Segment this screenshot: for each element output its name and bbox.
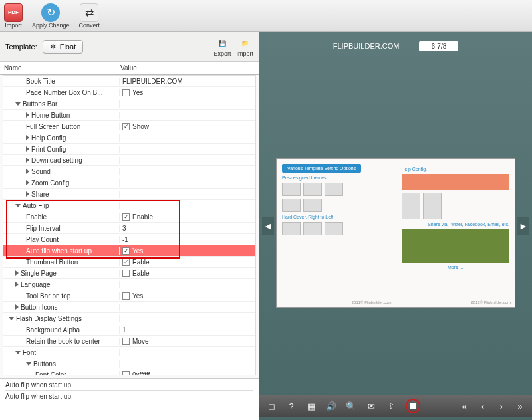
row-sound[interactable]: Sound <box>3 166 255 177</box>
chevron-right-icon <box>15 270 19 276</box>
pdf-icon: PDF <box>4 3 23 22</box>
zoom-icon[interactable]: 🔍 <box>346 401 356 411</box>
row-font-color[interactable]: Font Color0xffffff <box>3 369 255 375</box>
row-buttons-bar[interactable]: Buttons Bar <box>3 98 255 110</box>
template-label: Template: <box>5 43 37 51</box>
checkbox-icon[interactable] <box>122 270 130 277</box>
first-page-icon[interactable]: « <box>459 401 469 411</box>
checkbox-icon[interactable]: ✓ <box>122 123 130 130</box>
right-page-sub1: Share via Twitter, Facebook, Email, etc. <box>402 222 510 227</box>
sound-icon[interactable]: 🔊 <box>326 401 336 411</box>
left-page-heading: Various Template Setting Options <box>282 164 361 173</box>
share-icon[interactable]: ⇪ <box>386 401 396 411</box>
chevron-right-icon <box>26 112 29 118</box>
checkbox-icon[interactable] <box>122 338 130 345</box>
row-full-screen[interactable]: Full Screen Button✓Show <box>3 121 255 132</box>
row-book-title[interactable]: Book TitleFLIPBUILDER.COM <box>3 76 255 87</box>
row-download-setting[interactable]: Download setting <box>3 155 255 166</box>
chevron-right-icon <box>15 304 19 310</box>
row-buttons[interactable]: Buttons <box>3 358 255 369</box>
page-indicator[interactable]: 6-7/8 <box>419 41 458 51</box>
description-body: Auto flip when start up. <box>5 393 253 400</box>
row-page-num-box[interactable]: Page Number Box On B...Yes <box>3 87 255 98</box>
convert-icon: ⇄ <box>80 3 98 22</box>
chevron-right-icon <box>15 282 19 287</box>
chevron-right-icon <box>26 158 29 163</box>
row-print-config[interactable]: Print Config <box>3 144 255 155</box>
preview-panel: FLIPBUILDER.COM 6-7/8 ◄ ► Various Templa… <box>259 32 532 420</box>
import-theme-button[interactable]: 📁 Import <box>236 36 253 57</box>
convert-label: Convert <box>79 22 100 29</box>
prev-page-icon[interactable]: ‹ <box>477 401 488 411</box>
next-page-arrow[interactable]: ► <box>517 217 529 235</box>
export-label: Export <box>213 51 231 57</box>
row-flip-interval[interactable]: Flip Interval3 <box>3 223 255 234</box>
prev-page-arrow[interactable]: ◄ <box>262 217 274 235</box>
row-enable[interactable]: Enable✓Enable <box>3 211 255 223</box>
preview-brand: FLIPBUILDER.COM <box>333 42 400 50</box>
next-page-icon[interactable]: › <box>496 401 507 411</box>
col-name-header: Name <box>0 62 116 74</box>
stop-button[interactable] <box>406 399 420 413</box>
gear-icon: ✲ <box>50 43 56 51</box>
template-value: Float <box>60 43 76 51</box>
book-left-page: Various Template Setting Options Pre-des… <box>277 159 396 307</box>
left-page-footer: 2011© Flipbuilder.com <box>352 300 392 304</box>
row-play-count[interactable]: Play Count-1 <box>3 234 255 245</box>
description-title: Auto flip when start up <box>5 381 253 391</box>
chevron-down-icon <box>15 204 21 207</box>
right-page-heading: Help Config. <box>402 167 510 171</box>
row-font[interactable]: Font <box>3 347 255 358</box>
checkbox-icon[interactable]: ✓ <box>122 247 130 255</box>
book-preview[interactable]: Various Template Setting Options Pre-des… <box>276 158 515 308</box>
row-auto-flip-startup[interactable]: Auto flip when start up✓Yes <box>3 245 255 257</box>
preview-toolbar: ◻ ? ▦ 🔊 🔍 ✉ ⇪ « ‹ › » <box>259 395 532 417</box>
row-home-button[interactable]: Home Button <box>3 110 255 121</box>
email-icon[interactable]: ✉ <box>366 401 376 411</box>
left-page-sub1: Pre-designed themes. <box>282 175 390 180</box>
checkbox-icon[interactable] <box>122 89 130 96</box>
thumbnails-icon[interactable]: ▦ <box>306 401 317 411</box>
row-flash-display[interactable]: Flash Display Settings <box>3 313 255 324</box>
checkbox-icon[interactable]: ✓ <box>122 213 130 221</box>
row-retain-center[interactable]: Retain the book to centerMove <box>3 336 255 347</box>
chevron-down-icon <box>26 362 31 366</box>
row-zoom-config[interactable]: Zoom Config <box>3 177 255 189</box>
color-swatch[interactable] <box>122 371 130 376</box>
template-row: Template: ✲ Float 💾 Export 📁 Import <box>0 32 259 62</box>
chevron-right-icon <box>26 146 29 152</box>
row-help-config[interactable]: Help Config <box>3 132 255 144</box>
chevron-down-icon <box>15 102 21 106</box>
settings-panel: Template: ✲ Float 💾 Export 📁 Import Name… <box>0 32 259 420</box>
import-theme-label: Import <box>236 51 253 57</box>
template-select[interactable]: ✲ Float <box>43 40 83 54</box>
import-button[interactable]: PDF Import <box>4 3 23 29</box>
row-button-icons[interactable]: Button Icons <box>3 302 255 313</box>
chevron-down-icon <box>9 317 14 320</box>
chevron-right-icon <box>26 135 29 140</box>
apply-change-button[interactable]: ↻ Apply Change <box>32 3 70 29</box>
convert-button[interactable]: ⇄ Convert <box>79 3 100 29</box>
chevron-right-icon <box>26 191 29 197</box>
import-label: Import <box>5 22 22 29</box>
last-page-icon[interactable]: » <box>515 401 525 411</box>
stop-icon <box>410 403 416 409</box>
row-toolbar-on-top[interactable]: Tool Bar on topYes <box>3 290 255 302</box>
right-page-footer: 2011© Flipbuilder.com <box>471 300 511 304</box>
export-button[interactable]: 💾 Export <box>213 36 231 57</box>
row-single-page[interactable]: Single PageEable <box>3 268 255 279</box>
folder-icon: 📁 <box>237 36 252 51</box>
checkbox-icon[interactable]: ✓ <box>122 259 130 266</box>
row-language[interactable]: Language <box>3 279 255 290</box>
row-share[interactable]: Share <box>3 189 255 200</box>
row-bg-alpha[interactable]: Background Alpha1 <box>3 324 255 336</box>
row-thumbnail-button[interactable]: Thumbnail Button✓Eable <box>3 257 255 268</box>
help-icon[interactable]: ? <box>286 401 297 411</box>
preview-header: FLIPBUILDER.COM 6-7/8 <box>259 36 532 56</box>
row-auto-flip[interactable]: Auto Flip <box>3 200 255 211</box>
col-value-header: Value <box>116 62 259 74</box>
crop-icon[interactable]: ◻ <box>266 401 277 411</box>
checkbox-icon[interactable] <box>122 292 130 300</box>
property-header: Name Value <box>0 62 259 75</box>
property-list[interactable]: Book TitleFLIPBUILDER.COM Page Number Bo… <box>3 75 256 375</box>
